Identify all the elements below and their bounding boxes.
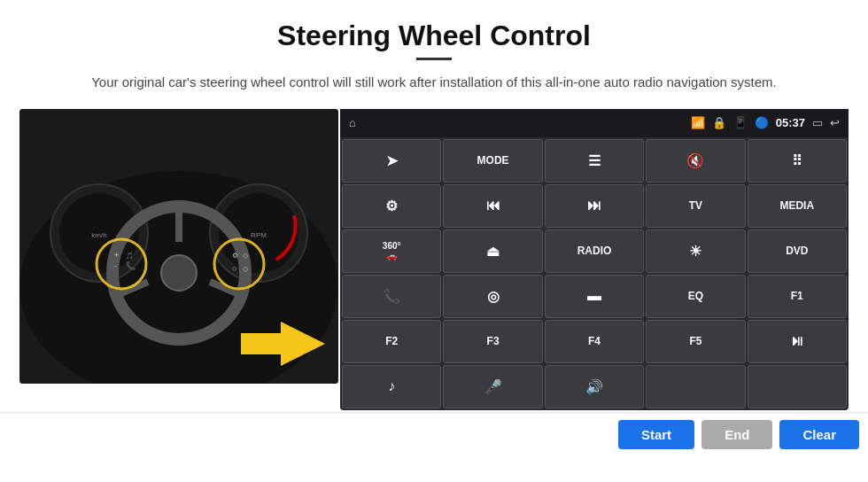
svg-text:RPM: RPM bbox=[251, 231, 267, 239]
status-bar-right: 📶 🔒 📱 🔵 05:37 ▭ ↩ bbox=[691, 116, 840, 129]
settings-btn[interactable]: ⚙ bbox=[342, 184, 441, 228]
volume-btn[interactable]: 🔊 bbox=[545, 365, 644, 408]
controls-panel: ⌂ 📶 🔒 📱 🔵 05:37 ▭ ↩ ➤ MODE ☰ 🔇 bbox=[340, 109, 849, 410]
screen-icon: ▭ bbox=[812, 116, 823, 129]
prev-btn[interactable]: ⏮ bbox=[443, 184, 542, 228]
svg-text:○: ○ bbox=[232, 264, 236, 273]
empty-btn1 bbox=[646, 365, 745, 408]
f3-btn[interactable]: F3 bbox=[443, 320, 542, 363]
mute-btn[interactable]: 🔇 bbox=[646, 139, 745, 183]
nav-btn[interactable]: ➤ bbox=[342, 139, 441, 183]
car-image: km/h RPM + 🎵 - bbox=[19, 109, 338, 384]
f1-btn[interactable]: F1 bbox=[748, 275, 847, 318]
gps-btn[interactable]: ◎ bbox=[443, 275, 542, 318]
mic-btn[interactable]: 🎤 bbox=[443, 365, 542, 408]
eject-btn[interactable]: ⏏ bbox=[443, 229, 542, 273]
home-icon[interactable]: ⌂ bbox=[349, 116, 356, 129]
title-divider bbox=[416, 58, 452, 60]
tv-btn[interactable]: TV bbox=[646, 184, 745, 228]
playpause-btn[interactable]: ⏯ bbox=[748, 320, 847, 363]
svg-text:+: + bbox=[114, 251, 119, 260]
f4-btn[interactable]: F4 bbox=[545, 320, 644, 363]
brightness-btn[interactable]: ☀ bbox=[646, 229, 745, 273]
mode-btn[interactable]: MODE bbox=[443, 139, 542, 183]
content-area: km/h RPM + 🎵 - bbox=[0, 109, 868, 410]
page-title: Steering Wheel Control bbox=[0, 0, 868, 58]
clear-button[interactable]: Clear bbox=[779, 420, 859, 449]
radio-btn[interactable]: RADIO bbox=[545, 229, 644, 273]
bottom-bar: Start End Clear bbox=[0, 412, 868, 456]
phone-btn[interactable]: 📞 bbox=[342, 275, 441, 318]
svg-text:🎵: 🎵 bbox=[126, 252, 134, 260]
svg-rect-24 bbox=[241, 333, 283, 354]
end-button[interactable]: End bbox=[701, 420, 772, 449]
sim-icon: 📱 bbox=[733, 116, 748, 129]
svg-text:◇: ◇ bbox=[243, 252, 249, 260]
dvd-btn[interactable]: DVD bbox=[748, 229, 847, 273]
eq-btn[interactable]: EQ bbox=[646, 275, 745, 318]
f5-btn[interactable]: F5 bbox=[646, 320, 745, 363]
camera360-btn[interactable]: 360°🚗 bbox=[342, 229, 441, 273]
svg-text:◇: ◇ bbox=[243, 265, 249, 273]
apps-btn[interactable]: ⠿ bbox=[748, 139, 847, 183]
subtitle: Your original car's steering wheel contr… bbox=[0, 73, 868, 109]
list-btn[interactable]: ☰ bbox=[545, 139, 644, 183]
f2-btn[interactable]: F2 bbox=[342, 320, 441, 363]
wifi-icon: 📶 bbox=[691, 116, 705, 129]
svg-text:-: - bbox=[114, 261, 117, 270]
next-btn[interactable]: ⏭ bbox=[545, 184, 644, 228]
start-button[interactable]: Start bbox=[618, 420, 694, 449]
empty-btn2 bbox=[748, 365, 847, 408]
time-display: 05:37 bbox=[776, 116, 805, 129]
media-btn[interactable]: MEDIA bbox=[748, 184, 847, 228]
svg-point-12 bbox=[161, 255, 197, 291]
button-grid: ➤ MODE ☰ 🔇 ⠿ ⚙ ⏮ ⏭ TV MEDIA 360°🚗 ⏏ RADI… bbox=[340, 137, 849, 410]
svg-text:📞: 📞 bbox=[126, 260, 136, 271]
svg-text:⚙: ⚙ bbox=[232, 252, 238, 260]
status-bar-left: ⌂ bbox=[349, 116, 356, 129]
screen2-btn[interactable]: ▬ bbox=[545, 275, 644, 318]
bluetooth-icon: 🔵 bbox=[755, 116, 769, 129]
svg-text:km/h: km/h bbox=[91, 231, 106, 239]
music-btn[interactable]: ♪ bbox=[342, 365, 441, 408]
back-icon[interactable]: ↩ bbox=[830, 116, 840, 129]
lock-icon: 🔒 bbox=[712, 116, 726, 129]
status-bar: ⌂ 📶 🔒 📱 🔵 05:37 ▭ ↩ bbox=[340, 109, 849, 137]
